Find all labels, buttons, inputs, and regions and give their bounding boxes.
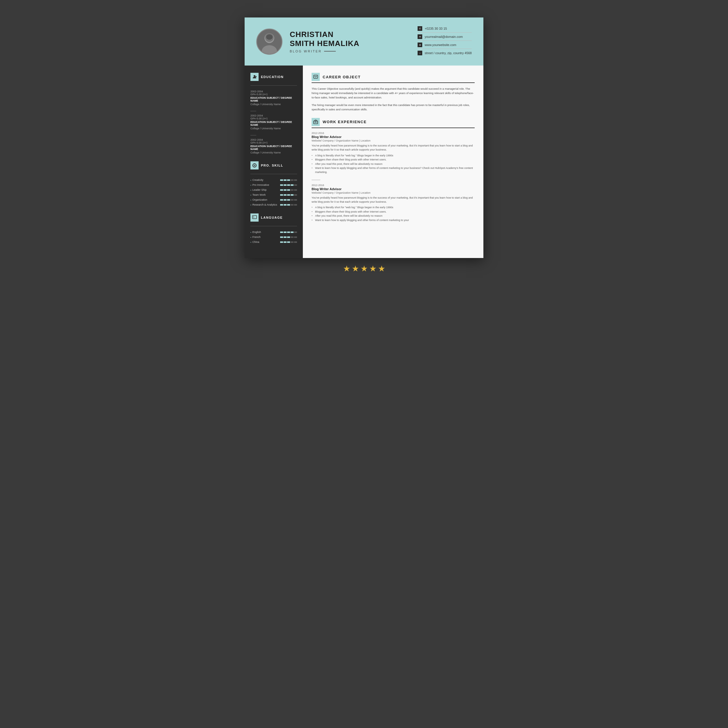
- skill-organization: • Organization: [251, 198, 297, 201]
- skill-title-row: PRO. SKILL: [251, 161, 297, 170]
- svg-rect-20: [315, 121, 316, 122]
- bullet-1-3: After you read this post, there will be …: [312, 162, 475, 166]
- edu-subject-3: EDUCATION SUBJECT / DEGREE NAME: [251, 145, 297, 151]
- contact-address: ⌂ street / country, zip, country 4568: [418, 50, 472, 57]
- career-title-row: CAREER OBJECT: [312, 73, 475, 83]
- header-name-section: CHRISTIAN SMITH HEMALIKA BLOG WRITER: [290, 30, 410, 53]
- svg-rect-15: [314, 75, 318, 78]
- bullet-1-1: A blog is literally short for "web log."…: [312, 153, 475, 158]
- edu-gpa-3: GPA-5.00 (A+): [251, 141, 297, 144]
- skill-innovative-label: • Pro Innovative: [251, 184, 269, 187]
- lang-french-label: • French: [251, 236, 261, 239]
- resume-container: CHRISTIAN SMITH HEMALIKA BLOG WRITER ✆ +…: [245, 17, 483, 258]
- work-item-2: 2012-2016 Blog Writer Advisor Website/ C…: [312, 184, 475, 222]
- website-icon: ⊕: [418, 43, 422, 47]
- svg-point-5: [254, 75, 255, 77]
- lang-china-label: • China: [251, 240, 259, 243]
- sidebar: EDUCATION 2002-2004 GPA-5.00 (A+) EDUCAT…: [245, 66, 303, 258]
- skill-innovative: • Pro Innovative: [251, 184, 297, 187]
- work-label: WORK EXPERIENCE: [323, 120, 367, 124]
- skill-creativity: • Creativity: [251, 179, 297, 181]
- career-para-2: The hiring manager would be even more in…: [312, 103, 475, 112]
- edu-subject-2: EDUCATION SUBJECT / DEGREE NAME: [251, 121, 297, 126]
- work-title-row: WORK EXPERIENCE: [312, 118, 475, 128]
- stars-row: ★ ★ ★ ★ ★: [343, 264, 385, 274]
- bullet-2-2: Bloggers then share their blog posts wit…: [312, 210, 475, 214]
- edu-college-1: Collage / University Name: [251, 103, 297, 106]
- edu-year-1: 2002-2004: [251, 90, 297, 93]
- edu-item-3: 2002-2004 GPA-5.00 (A+) EDUCATION SUBJEC…: [251, 138, 297, 154]
- job-title: BLOG WRITER: [290, 49, 410, 53]
- star-5: ★: [378, 264, 385, 274]
- education-section: EDUCATION 2002-2004 GPA-5.00 (A+) EDUCAT…: [251, 73, 297, 154]
- language-title-row: 5 LANGUAGE: [251, 213, 297, 222]
- full-name: CHRISTIAN SMITH HEMALIKA: [290, 30, 410, 48]
- career-para-1: This Career Objective successfully (and …: [312, 87, 475, 100]
- lang-china: • China: [251, 240, 297, 243]
- work-year-1: 2012-2016: [312, 132, 475, 135]
- skill-teamwork: • Team Work: [251, 193, 297, 196]
- lang-china-bar: [280, 242, 297, 243]
- svg-point-17: [316, 76, 317, 76]
- edu-college-2: Collage / University Name: [251, 127, 297, 130]
- lang-english: • English: [251, 231, 297, 234]
- skill-research: • Research & Analytics: [251, 203, 297, 206]
- edu-subject-1: EDUCATION SUBJECT / DEGREE NAME: [251, 96, 297, 102]
- skill-creativity-label: • Creativity: [251, 179, 263, 181]
- header-contact: ✆ +0235 30 33 15 ✉ yourrealmail@domain.c…: [418, 26, 472, 57]
- edu-item-2: 2002-2004 GPA-5.00 (A+) EDUCATION SUBJEC…: [251, 114, 297, 130]
- title-line: [324, 51, 336, 52]
- education-icon: [251, 73, 258, 81]
- bullet-2-3: After you read this post, there will be …: [312, 214, 475, 218]
- edu-gpa-1: GPA-5.00 (A+): [251, 93, 297, 96]
- lang-english-bar: [280, 231, 297, 233]
- work-company-2: Website/ Company / Organization Name | L…: [312, 191, 475, 194]
- svg-point-8: [254, 165, 255, 166]
- skill-organization-bar: [280, 199, 297, 200]
- lang-french-bar: [280, 237, 297, 238]
- skill-innovative-bar: [280, 184, 297, 186]
- skill-leadership-bar: [280, 189, 297, 191]
- work-company-1: Website/ Company / Organization Name | L…: [312, 139, 475, 142]
- language-section: 5 LANGUAGE • English: [251, 213, 297, 243]
- star-3: ★: [361, 264, 368, 274]
- education-title-row: EDUCATION: [251, 73, 297, 81]
- work-item-1: 2012-2016 Blog Writer Advisor Website/ C…: [312, 132, 475, 174]
- svg-text:5: 5: [253, 216, 254, 218]
- edu-sep-1: [251, 111, 256, 111]
- skill-label: PRO. SKILL: [261, 164, 283, 167]
- contact-email: ✉ yourrealmail@domain.com: [418, 34, 472, 41]
- bullet-2-1: A blog is literally short for "web log."…: [312, 205, 475, 210]
- edu-year-2: 2002-2004: [251, 114, 297, 117]
- svg-point-4: [266, 34, 272, 40]
- edu-gpa-2: GPA-5.00 (A+): [251, 117, 297, 120]
- skill-research-label: • Research & Analytics: [251, 203, 277, 206]
- lang-french: • French: [251, 236, 297, 239]
- email-icon: ✉: [418, 34, 422, 39]
- page-wrapper: CHRISTIAN SMITH HEMALIKA BLOG WRITER ✆ +…: [245, 17, 483, 274]
- skill-icon: [251, 161, 258, 170]
- svg-point-6: [255, 76, 257, 77]
- language-label: LANGUAGE: [261, 216, 283, 219]
- star-1: ★: [343, 264, 350, 274]
- resume-body: EDUCATION 2002-2004 GPA-5.00 (A+) EDUCAT…: [245, 66, 483, 258]
- edu-divider: [251, 85, 297, 86]
- career-icon: [312, 73, 320, 81]
- star-2: ★: [352, 264, 359, 274]
- avatar: [256, 29, 283, 55]
- skill-divider: [251, 174, 297, 174]
- edu-college-3: Collage / University Name: [251, 151, 297, 154]
- work-divider: [312, 180, 320, 180]
- skill-teamwork-label: • Team Work: [251, 193, 266, 196]
- bullet-1-4: Want to learn how to apply blogging and …: [312, 166, 475, 174]
- skill-leadership-label: • Leader Ship: [251, 188, 266, 191]
- work-year-2: 2012-2016: [312, 184, 475, 187]
- edu-item-1: 2002-2004 GPA-5.00 (A+) EDUCATION SUBJEC…: [251, 90, 297, 106]
- work-title-1: Blog Writer Advisor: [312, 135, 475, 139]
- bullet-2-4: Want to learn how to apply blogging and …: [312, 218, 475, 222]
- education-label: EDUCATION: [261, 75, 284, 79]
- contact-phone: ✆ +0235 30 33 15: [418, 26, 472, 33]
- skill-creativity-bar: [280, 179, 297, 181]
- work-bullets-1: A blog is literally short for "web log."…: [312, 153, 475, 174]
- language-icon: 5: [251, 213, 258, 222]
